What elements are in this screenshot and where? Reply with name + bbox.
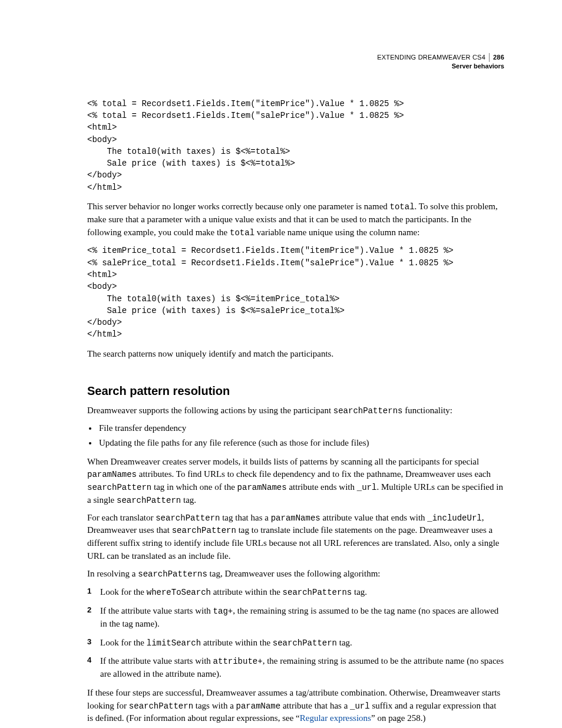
paragraph: Dreamweaver supports the following actio…	[87, 404, 504, 417]
list-item: Look for the whereToSearch attribute wit…	[87, 586, 504, 599]
section-title: Server behaviors	[87, 62, 504, 71]
paragraph: When Dreamweaver creates server models, …	[87, 456, 504, 507]
inline-code: searchPatterns	[283, 588, 352, 597]
running-header: EXTENDING DREAMWEAVER CS4286 Server beha…	[87, 53, 504, 71]
inline-code: paramNames	[87, 470, 137, 479]
code-block-2: <% itemPrice_total = Recordset1.Fields.I…	[87, 245, 504, 340]
inline-code: total	[390, 202, 415, 212]
inline-code: tag+	[213, 607, 233, 616]
inline-code: limitSearch	[147, 638, 201, 648]
cross-reference-link[interactable]: Regular expressions	[300, 713, 371, 723]
inline-code: searchPattern	[172, 526, 236, 535]
section-heading: Search pattern resolution	[87, 383, 504, 400]
inline-code: searchPattern	[273, 638, 337, 648]
page-number: 286	[489, 53, 504, 62]
code-block-1: <% total = Recordset1.Fields.Item("itemP…	[87, 98, 504, 193]
inline-code: searchPatterns	[333, 406, 403, 416]
inline-code: paramNames	[271, 513, 320, 523]
list-item: Updating the file paths for any file ref…	[98, 437, 504, 450]
paragraph: This server behavior no longer works cor…	[87, 200, 504, 239]
inline-code: searchPattern	[117, 496, 181, 505]
list-item: If the attribute value starts with attri…	[87, 655, 504, 681]
list-item: Look for the limitSearch attribute withi…	[87, 637, 504, 650]
inline-code: whereToSearch	[147, 588, 211, 597]
inline-code: _url	[350, 701, 370, 711]
list-item: File transfer dependency	[98, 422, 504, 435]
doc-title: EXTENDING DREAMWEAVER CS4	[377, 54, 485, 61]
inline-code: paramNames	[237, 483, 287, 492]
list-item: If the attribute value starts with tag+,…	[87, 605, 504, 631]
inline-code: searchPattern	[156, 513, 220, 523]
inline-code: total	[230, 228, 254, 238]
inline-code: searchPatterns	[138, 569, 207, 579]
paragraph: For each translator searchPattern tag th…	[87, 512, 504, 563]
paragraph: If these four steps are successful, Drea…	[87, 687, 504, 725]
inline-code: searchPattern	[129, 701, 193, 711]
inline-code: _includeUrl	[427, 513, 481, 523]
paragraph: The search patterns now uniquely identif…	[87, 348, 504, 361]
bullet-list: File transfer dependency Updating the fi…	[87, 422, 504, 450]
paragraph: In resolving a searchPatterns tag, Dream…	[87, 568, 504, 581]
inline-code: searchPattern	[87, 483, 151, 492]
inline-code: attribute+	[213, 657, 263, 666]
numbered-list: Look for the whereToSearch attribute wit…	[87, 586, 504, 681]
inline-code: paramName	[236, 701, 281, 711]
inline-code: _url	[357, 483, 377, 492]
